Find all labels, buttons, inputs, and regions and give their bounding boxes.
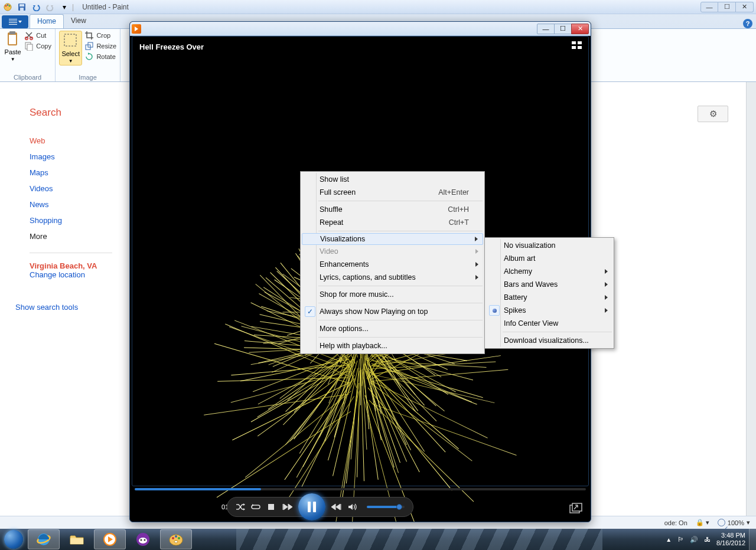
show-desktop-button[interactable] bbox=[749, 529, 756, 550]
clock[interactable]: 3:48 PM 8/16/2012 bbox=[716, 532, 745, 547]
menu-help[interactable]: Help with playback... bbox=[302, 339, 483, 352]
svg-point-3 bbox=[9, 5, 11, 6]
menu-battery[interactable]: Battery bbox=[486, 291, 612, 304]
tray-volume-icon[interactable]: 🔊 bbox=[690, 536, 698, 544]
svg-point-27 bbox=[141, 539, 142, 541]
zoom-control[interactable]: 100% ▾ bbox=[718, 519, 750, 526]
wmp-maximize-button[interactable]: ☐ bbox=[554, 24, 572, 34]
seek-progress bbox=[135, 488, 261, 490]
wmp-app-icon bbox=[132, 24, 141, 34]
menu-visualizations[interactable]: Visualizations bbox=[302, 233, 483, 245]
paste-button[interactable]: Paste▼ bbox=[4, 31, 22, 62]
menu-download-viz[interactable]: Download visualizations... bbox=[486, 334, 612, 347]
submenu-arrow-icon bbox=[475, 237, 478, 241]
tray-flag-icon[interactable]: 🏳 bbox=[677, 536, 684, 543]
tray-network-icon[interactable]: 🖧 bbox=[704, 536, 711, 543]
taskbar-paint[interactable] bbox=[160, 529, 192, 549]
menu-full-screen[interactable]: Full screenAlt+Enter bbox=[302, 186, 483, 199]
select-button[interactable]: Select▼ bbox=[59, 31, 82, 66]
cut-button[interactable]: Cut bbox=[24, 31, 51, 40]
svg-rect-22 bbox=[70, 538, 83, 544]
menu-spikes[interactable]: Spikes bbox=[486, 304, 612, 317]
next-icon[interactable] bbox=[330, 503, 342, 511]
switch-to-library-icon[interactable] bbox=[569, 503, 582, 513]
menu-album-art[interactable]: Album art bbox=[486, 252, 612, 265]
menu-repeat[interactable]: RepeatCtrl+T bbox=[302, 216, 483, 229]
clipboard-group-label: Clipboard bbox=[4, 74, 51, 81]
taskbar-explorer[interactable] bbox=[61, 529, 93, 549]
start-button[interactable] bbox=[0, 529, 27, 550]
submenu-arrow-icon bbox=[475, 262, 478, 267]
resize-button[interactable]: Resize bbox=[84, 41, 116, 51]
menu-no-viz[interactable]: No visualization bbox=[486, 239, 612, 252]
system-tray: ▲ 🏳 🔊 🖧 3:48 PM 8/16/2012 bbox=[666, 532, 749, 547]
wmp-close-button[interactable]: ✕ bbox=[571, 24, 589, 34]
tab-view[interactable]: View bbox=[64, 14, 93, 28]
quick-access-toolbar: ▾ bbox=[2, 2, 70, 12]
volume-icon[interactable] bbox=[348, 503, 357, 511]
web-link[interactable]: Web bbox=[30, 136, 118, 145]
crop-button[interactable]: Crop bbox=[84, 31, 116, 40]
undo-icon[interactable] bbox=[31, 2, 41, 12]
change-location-link[interactable]: Change location bbox=[30, 270, 118, 279]
location-block: Virginia Beach, VA Change location bbox=[30, 261, 118, 279]
seek-bar[interactable] bbox=[135, 488, 586, 490]
help-icon[interactable]: ? bbox=[743, 19, 752, 28]
close-button[interactable]: ✕ bbox=[736, 2, 754, 12]
paint-icon bbox=[168, 532, 184, 547]
wmp-minimize-button[interactable]: — bbox=[537, 24, 555, 34]
save-icon[interactable] bbox=[17, 2, 27, 12]
copy-button[interactable]: Copy bbox=[24, 41, 51, 51]
wmp-icon bbox=[102, 532, 118, 547]
clock-time: 3:48 PM bbox=[716, 532, 745, 539]
svg-rect-13 bbox=[27, 44, 32, 51]
more-link[interactable]: More bbox=[30, 232, 118, 241]
gear-icon[interactable]: ⚙ bbox=[698, 106, 728, 122]
play-pause-button[interactable] bbox=[298, 493, 325, 520]
volume-slider[interactable] bbox=[367, 506, 405, 508]
images-link[interactable]: Images bbox=[30, 152, 118, 161]
stop-icon[interactable] bbox=[266, 503, 276, 510]
rotate-button[interactable]: Rotate bbox=[84, 52, 116, 61]
pause-icon bbox=[308, 502, 316, 512]
menu-alchemy[interactable]: Alchemy bbox=[486, 265, 612, 278]
taskbar-yahoo[interactable] bbox=[127, 529, 159, 549]
videos-link[interactable]: Videos bbox=[30, 184, 118, 193]
menu-enhancements[interactable]: Enhancements bbox=[302, 258, 483, 271]
view-fullscreen-icon[interactable] bbox=[572, 41, 582, 50]
maps-link[interactable]: Maps bbox=[30, 168, 118, 177]
shopping-link[interactable]: Shopping bbox=[30, 216, 118, 225]
tab-home[interactable]: Home bbox=[30, 14, 64, 28]
svg-point-1 bbox=[5, 5, 7, 6]
submenu-arrow-icon bbox=[605, 282, 608, 287]
taskbar-wmp[interactable] bbox=[94, 529, 126, 549]
menu-info-center[interactable]: Info Center View bbox=[486, 317, 612, 330]
taskbar-ie[interactable] bbox=[28, 529, 60, 549]
menu-bars-waves[interactable]: Bars and Waves bbox=[486, 278, 612, 291]
wmp-window-controls: — ☐ ✕ bbox=[537, 24, 589, 34]
menu-lyrics[interactable]: Lyrics, captions, and subtitles bbox=[302, 271, 483, 284]
shuffle-icon[interactable] bbox=[236, 503, 245, 511]
minimize-button[interactable]: — bbox=[700, 2, 718, 12]
maximize-button[interactable]: ☐ bbox=[718, 2, 736, 12]
news-link[interactable]: News bbox=[30, 200, 118, 209]
submenu-arrow-icon bbox=[475, 249, 478, 254]
previous-icon[interactable] bbox=[282, 503, 294, 511]
context-menu-visualizations: No visualization Album art Alchemy Bars … bbox=[484, 237, 614, 349]
menu-more-options[interactable]: More options... bbox=[302, 322, 483, 335]
menu-show-list[interactable]: Show list bbox=[302, 173, 483, 186]
menu-always-on-top[interactable]: ✓Always show Now Playing on top bbox=[302, 305, 483, 318]
svg-rect-19 bbox=[572, 503, 582, 511]
wmp-titlebar[interactable]: — ☐ ✕ bbox=[130, 22, 591, 36]
vertical-scrollbar[interactable] bbox=[746, 82, 756, 516]
svg-rect-8 bbox=[9, 31, 15, 34]
paint-app-menu-button[interactable] bbox=[2, 15, 28, 28]
repeat-icon[interactable] bbox=[251, 503, 260, 511]
qat-dropdown-icon[interactable]: ▾ bbox=[59, 2, 70, 12]
paint-app-icon bbox=[2, 2, 13, 12]
tray-show-hidden-icon[interactable]: ▲ bbox=[666, 536, 672, 543]
svg-point-32 bbox=[178, 537, 180, 539]
menu-shuffle[interactable]: ShuffleCtrl+H bbox=[302, 203, 483, 216]
menu-shop[interactable]: Shop for more music... bbox=[302, 288, 483, 301]
show-search-tools-link[interactable]: Show search tools bbox=[15, 303, 118, 312]
